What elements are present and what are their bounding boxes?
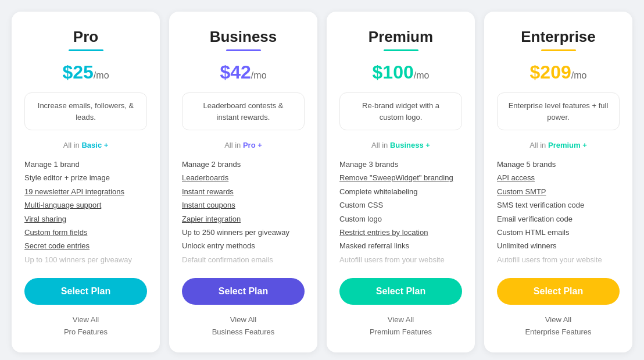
- plan-includes-premium: All in Business +: [339, 141, 462, 149]
- plan-description-premium: Re-brand widget with a custom logo.: [339, 92, 462, 130]
- includes-tier-pro: Basic +: [81, 141, 108, 149]
- feature-item: Manage 1 brand: [24, 158, 147, 171]
- plan-underline-enterprise: [541, 49, 576, 51]
- view-all-enterprise[interactable]: View AllEnterprise Features: [497, 314, 620, 338]
- plan-description-business: Leaderboard contests & instant rewards.: [182, 92, 305, 130]
- plan-features-pro: Manage 1 brandStyle editor + prize image…: [24, 158, 147, 266]
- price-amount-business: $42: [220, 62, 251, 83]
- feature-item: Complete whitelabeling: [339, 185, 462, 198]
- plan-description-enterprise: Enterprise level features + full power.: [497, 92, 620, 130]
- feature-item: Custom logo: [339, 212, 462, 226]
- feature-item: Email verification code: [497, 212, 620, 226]
- plan-price-business: $42/mo: [182, 62, 305, 83]
- plan-features-enterprise: Manage 5 brandsAPI accessCustom SMTPSMS …: [497, 158, 620, 266]
- feature-item: API access: [497, 171, 620, 184]
- select-plan-button-pro[interactable]: Select Plan: [24, 278, 147, 305]
- view-all-line1-pro: View All: [73, 315, 99, 324]
- view-all-line2-business: Business Features: [212, 327, 275, 336]
- feature-item: Up to 100 winners per giveaway: [24, 253, 147, 266]
- plan-card-enterprise: Enterprise$209/moEnterprise level featur…: [484, 12, 632, 352]
- feature-item: Manage 3 brands: [339, 158, 462, 171]
- plan-name-enterprise: Enterprise: [497, 28, 620, 46]
- plan-underline-pro: [69, 49, 103, 51]
- feature-item: Custom form fields: [24, 226, 147, 239]
- feature-item: Up to 250 winners per giveaway: [182, 226, 305, 239]
- price-amount-pro: $25: [62, 62, 93, 83]
- feature-item: Manage 5 brands: [497, 158, 620, 171]
- price-amount-premium: $100: [373, 62, 414, 83]
- select-plan-button-business[interactable]: Select Plan: [182, 278, 305, 305]
- price-period-business: /mo: [251, 70, 267, 80]
- pricing-container: Pro$25/moIncrease emails, followers, & l…: [12, 12, 632, 352]
- plan-includes-pro: All in Basic +: [24, 141, 147, 149]
- view-all-business[interactable]: View AllBusiness Features: [182, 314, 305, 338]
- includes-tier-premium: Business +: [390, 141, 430, 149]
- view-all-premium[interactable]: View AllPremium Features: [339, 314, 462, 338]
- view-all-line1-enterprise: View All: [545, 315, 571, 324]
- plan-underline-business: [226, 49, 261, 51]
- price-period-enterprise: /mo: [571, 70, 587, 80]
- feature-item: Secret code entries: [24, 239, 147, 252]
- feature-item: Style editor + prize image: [24, 171, 147, 184]
- select-plan-button-premium[interactable]: Select Plan: [339, 278, 462, 305]
- feature-item: Custom HTML emails: [497, 226, 620, 239]
- plan-card-premium: Premium$100/moRe-brand widget with a cus…: [327, 12, 475, 352]
- plan-card-pro: Pro$25/moIncrease emails, followers, & l…: [12, 12, 160, 352]
- plan-includes-enterprise: All in Premium +: [497, 141, 620, 149]
- price-amount-enterprise: $209: [530, 62, 571, 83]
- feature-item: 19 newsletter API integrations: [24, 185, 147, 198]
- plan-underline-premium: [384, 49, 418, 51]
- feature-item: Multi-language support: [24, 198, 147, 212]
- includes-tier-business: Pro +: [243, 141, 262, 149]
- plan-price-pro: $25/mo: [24, 62, 147, 83]
- view-all-line2-premium: Premium Features: [370, 327, 432, 336]
- feature-item: Unlimited winners: [497, 239, 620, 252]
- feature-item: Instant rewards: [182, 185, 305, 198]
- plan-price-premium: $100/mo: [339, 62, 462, 83]
- plan-price-enterprise: $209/mo: [497, 62, 620, 83]
- view-all-pro[interactable]: View AllPro Features: [24, 314, 147, 338]
- plan-includes-business: All in Pro +: [182, 141, 305, 149]
- plan-name-business: Business: [182, 28, 305, 46]
- feature-item: Remove "SweepWidget" branding: [339, 171, 462, 184]
- feature-item: Restrict entries by location: [339, 226, 462, 239]
- feature-item: Leaderboards: [182, 171, 305, 184]
- feature-item: Instant coupons: [182, 198, 305, 212]
- feature-item: Custom CSS: [339, 198, 462, 212]
- feature-item: SMS text verification code: [497, 198, 620, 212]
- view-all-line1-premium: View All: [388, 315, 414, 324]
- feature-item: Zapier integration: [182, 212, 305, 226]
- feature-item: Custom SMTP: [497, 185, 620, 198]
- feature-item: Autofill users from your website: [339, 253, 462, 266]
- plan-card-business: Business$42/moLeaderboard contests & ins…: [169, 12, 317, 352]
- view-all-line1-business: View All: [230, 315, 256, 324]
- view-all-line2-enterprise: Enterprise Features: [525, 327, 591, 336]
- price-period-premium: /mo: [414, 70, 430, 80]
- select-plan-button-enterprise[interactable]: Select Plan: [497, 278, 620, 305]
- view-all-line2-pro: Pro Features: [64, 327, 108, 336]
- plan-name-pro: Pro: [24, 28, 147, 46]
- price-period-pro: /mo: [94, 70, 109, 80]
- feature-item: Default confirmation emails: [182, 253, 305, 266]
- plan-features-premium: Manage 3 brandsRemove "SweepWidget" bran…: [339, 158, 462, 266]
- feature-item: Autofill users from your website: [497, 253, 620, 266]
- plan-name-premium: Premium: [339, 28, 462, 46]
- feature-item: Masked referral links: [339, 239, 462, 252]
- plan-description-pro: Increase emails, followers, & leads.: [24, 92, 147, 130]
- feature-item: Viral sharing: [24, 212, 147, 226]
- feature-item: Unlock entry methods: [182, 239, 305, 252]
- plan-features-business: Manage 2 brandsLeaderboardsInstant rewar…: [182, 158, 305, 266]
- includes-tier-enterprise: Premium +: [548, 141, 587, 149]
- feature-item: Manage 2 brands: [182, 158, 305, 171]
